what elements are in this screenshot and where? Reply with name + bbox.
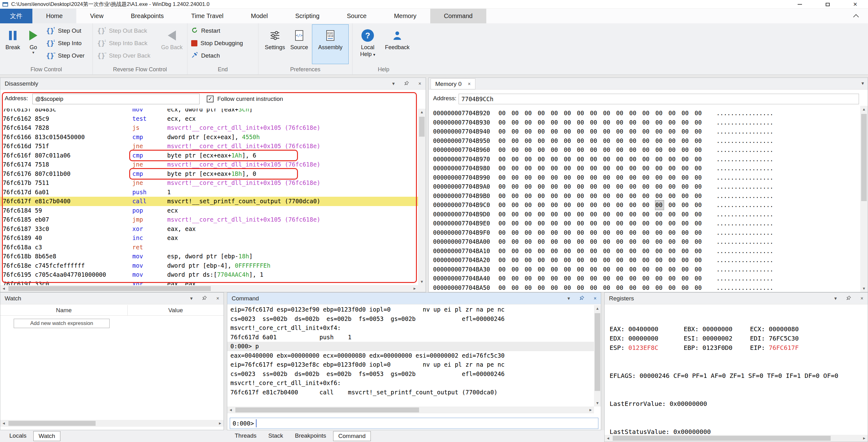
scrollbar-thumb[interactable] xyxy=(595,313,600,391)
disasm-line[interactable]: 76fc6187 33c0xoreax, eax xyxy=(0,224,418,234)
disasm-line[interactable]: 76fc6176 807c011b00cmpbyte ptr [ecx+eax+… xyxy=(0,169,418,179)
memory-tab[interactable]: Memory 0 × xyxy=(431,78,475,89)
step-into-back-button[interactable]: {} Step Into Back xyxy=(95,37,152,50)
disasm-line[interactable]: 76fc616d 751fjnemsvcrt!__core_crt_dll_in… xyxy=(0,141,418,151)
pin-icon[interactable] xyxy=(404,81,409,87)
ribbon-tab-view[interactable]: View xyxy=(76,9,117,23)
scroll-up-icon[interactable]: ▲ xyxy=(861,106,867,113)
scrollbar-thumb[interactable] xyxy=(8,286,211,291)
source-button[interactable]: </> Source xyxy=(288,24,311,64)
detach-button[interactable]: Detach xyxy=(189,50,245,62)
chevron-down-icon[interactable]: ▾ xyxy=(862,81,864,86)
ribbon-tab-memory[interactable]: Memory xyxy=(380,9,430,23)
tab-breakpoints[interactable]: Breakpoints xyxy=(290,431,331,441)
watch-horizontal-scrollbar[interactable]: ◄ ► xyxy=(0,420,223,427)
disasm-line[interactable]: 76fc618a c3ret xyxy=(0,243,418,252)
tab-threads[interactable]: Threads xyxy=(230,431,261,441)
disasm-line[interactable]: 76fc6162 85c9testecx, ecx xyxy=(0,114,418,124)
step-into-button[interactable]: {} Step Into xyxy=(43,37,87,50)
disasm-line[interactable]: 76fc617d 6a01push1 xyxy=(0,188,418,197)
close-icon[interactable]: × xyxy=(418,81,421,86)
scroll-left-icon[interactable]: ◄ xyxy=(0,285,7,292)
ribbon-tab-scripting[interactable]: Scripting xyxy=(281,9,333,23)
scroll-left-icon[interactable]: ◄ xyxy=(227,407,234,413)
tab-locals[interactable]: Locals xyxy=(4,431,31,441)
ribbon-tab-command[interactable]: Command xyxy=(430,9,486,23)
assembly-button[interactable]: 01011010 Assembly xyxy=(312,24,349,64)
disasm-line[interactable]: 76fc617f e81c7b0400callmsvcrt!__set_prin… xyxy=(0,197,418,206)
disasm-line[interactable]: 76fc615f 8b483cmovecx, dword ptr [eax+3C… xyxy=(0,108,418,114)
follow-current-instruction-checkbox[interactable] xyxy=(207,96,214,102)
feedback-button[interactable]: Feedback xyxy=(383,24,411,64)
maximize-button[interactable] xyxy=(820,0,835,9)
disasm-line[interactable]: 76fc6189 40inceax xyxy=(0,233,418,243)
disasm-line[interactable]: 76fc618e c745fcfeffffffmovdword ptr [ebp… xyxy=(0,261,418,271)
scroll-up-icon[interactable]: ▲ xyxy=(594,305,601,312)
scroll-right-icon[interactable]: ► xyxy=(411,285,418,292)
disasm-line[interactable]: 76fc616f 807c011a06cmpbyte ptr [ecx+eax+… xyxy=(0,151,418,160)
step-out-back-button[interactable]: {} Step Out Back xyxy=(95,25,152,37)
ribbon-tab-file[interactable]: 文件 xyxy=(0,9,32,23)
ribbon-tab-home[interactable]: Home xyxy=(32,9,76,23)
scrollbar-thumb[interactable] xyxy=(861,114,867,201)
close-icon[interactable]: × xyxy=(468,82,470,87)
minimize-button[interactable] xyxy=(793,0,807,9)
command-vertical-scrollbar[interactable]: ▲ ▼ xyxy=(594,305,601,407)
close-icon[interactable]: × xyxy=(861,296,863,301)
restart-button[interactable]: Restart xyxy=(189,25,245,37)
disasm-line[interactable]: 76fc6185 eb07jmpmsvcrt!__core_crt_dll_in… xyxy=(0,215,418,224)
disassembly-horizontal-scrollbar[interactable]: ◄ ► xyxy=(0,285,418,292)
go-button[interactable]: Go ▾ xyxy=(25,24,42,64)
scrollbar-thumb[interactable] xyxy=(613,436,831,441)
ribbon-tab-model[interactable]: Model xyxy=(237,9,281,23)
command-horizontal-scrollbar[interactable]: ◄ ► xyxy=(227,407,594,413)
scroll-up-icon[interactable]: ▲ xyxy=(418,108,425,116)
disasm-line[interactable]: 76fc6184 59popecx xyxy=(0,206,418,215)
ribbon-tab-breakpoints[interactable]: Breakpoints xyxy=(117,9,178,23)
tab-watch[interactable]: Watch xyxy=(33,431,60,441)
tab-command[interactable]: Command xyxy=(333,431,371,441)
pin-icon[interactable] xyxy=(846,295,851,301)
disasm-line[interactable]: 76fc618b 8b65e8movesp, dword ptr [ebp-18… xyxy=(0,252,418,261)
disasm-line[interactable]: 76fc617b 7511jnemsvcrt!__core_crt_dll_in… xyxy=(0,178,418,188)
disassembly-vertical-scrollbar[interactable]: ▲ ▼ xyxy=(418,108,426,285)
go-back-button[interactable]: Go Back xyxy=(159,24,184,64)
close-button[interactable]: × xyxy=(848,0,862,9)
add-watch-expression-field[interactable]: Add new watch expression xyxy=(14,319,110,328)
scroll-left-icon[interactable]: ◄ xyxy=(0,420,7,427)
break-button[interactable]: Break xyxy=(2,24,24,64)
disasm-line[interactable]: 76fc619f 33c0xoreax, eax xyxy=(0,280,418,285)
step-out-button[interactable]: {} Step Out xyxy=(43,25,87,37)
scroll-right-icon[interactable]: ► xyxy=(587,407,594,413)
registers-horizontal-scrollbar[interactable]: ◄ ► xyxy=(604,435,868,442)
chevron-down-icon[interactable]: ▾ xyxy=(567,296,570,301)
stop-debugging-button[interactable]: Stop Debugging xyxy=(189,37,245,50)
command-input[interactable]: 0:000> xyxy=(230,418,598,429)
scroll-down-icon[interactable]: ▼ xyxy=(861,285,867,292)
memory-dump[interactable]: 000000007704B920000000000000000000000000… xyxy=(433,108,859,291)
disasm-line[interactable]: 76fc6166 813c0150450000cmpdword ptr [ecx… xyxy=(0,133,418,142)
disasm-line[interactable]: 76fc6195 c705c4aa047701000000movdword pt… xyxy=(0,270,418,280)
ribbon-tab-source[interactable]: Source xyxy=(333,9,380,23)
scrollbar-thumb[interactable] xyxy=(236,407,419,412)
address-input[interactable] xyxy=(32,94,199,104)
pin-icon[interactable] xyxy=(202,295,207,301)
chevron-down-icon[interactable]: ▾ xyxy=(392,81,395,86)
disasm-line[interactable]: 76fc6164 7828jsmsvcrt!__core_crt_dll_ini… xyxy=(0,123,418,133)
scroll-right-icon[interactable]: ► xyxy=(861,435,868,442)
pin-icon[interactable] xyxy=(579,295,584,301)
chevron-down-icon[interactable]: ▾ xyxy=(834,296,837,301)
scrollbar-thumb[interactable] xyxy=(8,421,96,426)
step-over-back-button[interactable]: {} Step Over Back xyxy=(95,50,152,62)
registers-content[interactable]: EAX: 00400000EBX: 00000000ECX: 00000080E… xyxy=(610,306,866,434)
local-help-button[interactable]: ? Local Help ▾ xyxy=(355,24,380,64)
settings-button[interactable]: Settings xyxy=(264,24,286,64)
close-icon[interactable]: × xyxy=(594,296,596,301)
close-icon[interactable]: × xyxy=(216,296,219,301)
tab-stack[interactable]: Stack xyxy=(264,431,288,441)
memory-address-input[interactable] xyxy=(459,94,859,104)
ribbon-tab-time-travel[interactable]: Time Travel xyxy=(178,9,237,23)
scroll-down-icon[interactable]: ▼ xyxy=(418,278,425,285)
scroll-right-icon[interactable]: ► xyxy=(217,420,223,427)
disasm-line[interactable]: 76fc6174 7518jnemsvcrt!__core_crt_dll_in… xyxy=(0,160,418,169)
